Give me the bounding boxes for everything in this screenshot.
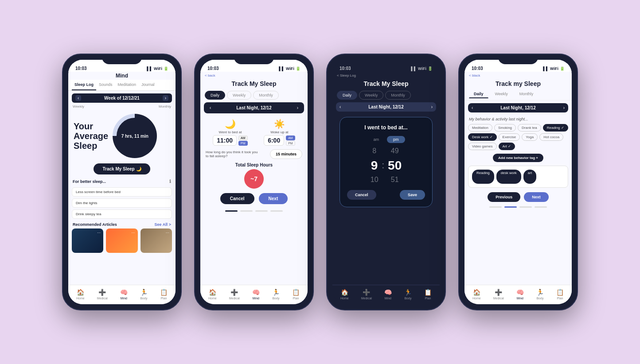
date-label-3: Last Night, 12/12 [341, 105, 431, 109]
nav-plan-1[interactable]: 📋 Plan [160, 289, 168, 300]
phone2-cancel-btn[interactable]: Cancel [220, 193, 254, 204]
nav-medical-3[interactable]: ➕ Medical [361, 289, 372, 300]
bottom-nav-4: 🏠 Home ➕ Medical 🧠 Mind 🏃 Body 📋 P [464, 285, 572, 304]
tab-meditation[interactable]: Meditation [115, 80, 139, 90]
tag-smoking[interactable]: Smoking [494, 124, 516, 132]
plan-icon-1: 📋 [160, 289, 168, 296]
tag-exercise[interactable]: Exercise [499, 133, 520, 141]
wake-pm-btn[interactable]: PM [286, 141, 295, 146]
wake-am-btn[interactable]: AM [286, 136, 295, 140]
article-dots-2[interactable]: ··· [131, 230, 135, 235]
nav-medical-1[interactable]: ➕ Medical [97, 289, 108, 300]
nav-plan-3[interactable]: 📋 Plan [424, 289, 432, 300]
tab-weekly-2[interactable]: Weekly [227, 91, 251, 100]
phone4-next-btn[interactable]: Next [524, 192, 549, 202]
tag-desk-work[interactable]: Desk work ✓ [468, 133, 497, 141]
sub-monthly[interactable]: Monthly [159, 105, 171, 108]
phone2-back[interactable]: < back [200, 72, 308, 79]
tag-art[interactable]: Art ✓ [499, 143, 515, 150]
nav-body-4[interactable]: 🏃 Body [536, 289, 544, 300]
date-prev-2[interactable]: ‹ [207, 105, 213, 111]
bed-time-box[interactable]: 11:00 [213, 135, 237, 146]
tab-journal[interactable]: Journal [139, 80, 157, 90]
article-thumb-2[interactable]: ··· [106, 228, 137, 253]
tag-meditation[interactable]: Meditation [468, 124, 492, 132]
progress-dot-3 [255, 210, 268, 212]
tab-monthly-4[interactable]: Monthly [515, 90, 539, 98]
tab-weekly-3[interactable]: Weekly [359, 91, 383, 100]
article-dots-1[interactable]: ··· [97, 230, 101, 235]
tab-daily-2[interactable]: Daily [205, 91, 225, 100]
nav-body-1[interactable]: 🏃 Body [140, 289, 148, 300]
nav-plan-2[interactable]: 📋 Plan [292, 289, 300, 300]
tab-sounds[interactable]: Sounds [96, 80, 115, 90]
bed-pm-btn[interactable]: PM [238, 141, 248, 146]
nav-home-4[interactable]: 🏠 Home [472, 289, 481, 300]
nav-mind-1[interactable]: 🧠 Mind [120, 289, 128, 300]
wake-time-entry: ☀️ Woke up at 6:00 AM PM [264, 119, 295, 146]
see-all-link[interactable]: See All > [155, 222, 171, 227]
add-tag-button[interactable]: Add new behavior tag + [493, 154, 543, 162]
pm-option[interactable]: pm [387, 136, 405, 143]
min-scroll-col: 49 50 51 [388, 147, 402, 185]
sleep-value: 7 hrs, 11 min [117, 118, 153, 154]
tab-monthly-2[interactable]: Monthly [253, 91, 279, 100]
picker-cancel-btn[interactable]: Cancel [347, 190, 376, 200]
track-sleep-button[interactable]: Track My Sleep 🌙 [94, 163, 150, 174]
tab-daily-3[interactable]: Daily [337, 91, 357, 100]
bed-time-entry: 🌙 Went to bed at 11:00 AM PM [213, 119, 247, 146]
nav-body-3[interactable]: 🏃 Body [404, 289, 412, 300]
tag-reading[interactable]: Reading ✓ [543, 124, 568, 132]
tab-sleep-log[interactable]: Sleep Log [72, 80, 96, 90]
nav-home-1[interactable]: 🏠 Home [76, 289, 85, 300]
date-next-2[interactable]: › [295, 105, 300, 111]
phone-4: 10:03 ▌▌ WiFi 🔋 < black Track my Sleep D… [458, 54, 578, 310]
nav-medical-label-3: Medical [361, 297, 372, 300]
nav-mind-4[interactable]: 🧠 Mind [516, 289, 524, 300]
date-next-4[interactable]: › [563, 105, 565, 110]
nav-plan-4[interactable]: 📋 Plan [556, 289, 564, 300]
phone2-next-btn[interactable]: Next [259, 193, 288, 204]
nav-mind-3[interactable]: 🧠 Mind [384, 289, 392, 300]
wake-time-box[interactable]: 6:00 [264, 135, 284, 146]
phone4-date-nav: ‹ Last Night, 12/12 › [468, 103, 568, 112]
bed-am-btn[interactable]: AM [238, 136, 248, 140]
tag-drank-tea[interactable]: Drank tea [518, 124, 541, 132]
phone4-back[interactable]: < black [464, 72, 572, 79]
phone3-back[interactable]: < Sleep Log [332, 72, 440, 79]
sel-tag-art: art [523, 170, 536, 184]
nav-medical-4[interactable]: ➕ Medical [493, 289, 504, 300]
mind-icon-1: 🧠 [120, 289, 128, 296]
wake-time-input: 6:00 AM PM [264, 135, 295, 146]
nav-mind-2[interactable]: 🧠 Mind [252, 289, 260, 300]
tab-weekly-4[interactable]: Weekly [490, 90, 513, 98]
tag-hot-cocoa[interactable]: Hot cocoa [539, 133, 563, 141]
tab-daily-4[interactable]: Daily [469, 90, 488, 98]
article-dots-3[interactable]: ··· [166, 230, 169, 235]
tab-monthly-3[interactable]: Monthly [385, 91, 411, 100]
sun-icon: ☀️ [264, 119, 295, 129]
week-prev-arrow[interactable]: ‹ [75, 95, 81, 101]
date-next-3[interactable]: › [431, 105, 433, 109]
am-option[interactable]: am [367, 136, 385, 143]
screen-4: 10:03 ▌▌ WiFi 🔋 < black Track my Sleep D… [464, 60, 572, 304]
phone4-prev-btn[interactable]: Previous [488, 192, 520, 202]
week-next-arrow[interactable]: › [163, 95, 168, 101]
phone1-sub-nav: Weekly Monthly [68, 103, 176, 110]
info-icon[interactable]: ℹ [169, 179, 171, 184]
article-thumb-3[interactable]: ··· [140, 228, 172, 253]
article-thumb-1[interactable]: ··· [72, 228, 103, 253]
nav-plan-label-4: Plan [557, 297, 563, 300]
nav-body-2[interactable]: 🏃 Body [272, 289, 280, 300]
battery-icon-1: 🔋 [164, 66, 168, 71]
nav-home-3[interactable]: 🏠 Home [340, 289, 349, 300]
total-hours-label: Total Sleep Hours [200, 159, 308, 169]
nav-home-2[interactable]: 🏠 Home [208, 289, 217, 300]
picker-save-btn[interactable]: Save [400, 190, 425, 200]
nav-medical-2[interactable]: ➕ Medical [229, 289, 240, 300]
tag-yoga[interactable]: Yoga [522, 133, 538, 141]
tag-video-games[interactable]: Video games [468, 143, 497, 150]
fall-asleep-value[interactable]: 15 minutes [270, 149, 302, 159]
sub-weekly[interactable]: Weekly [73, 105, 84, 108]
phone3-title: Track My Sleep [332, 79, 440, 88]
